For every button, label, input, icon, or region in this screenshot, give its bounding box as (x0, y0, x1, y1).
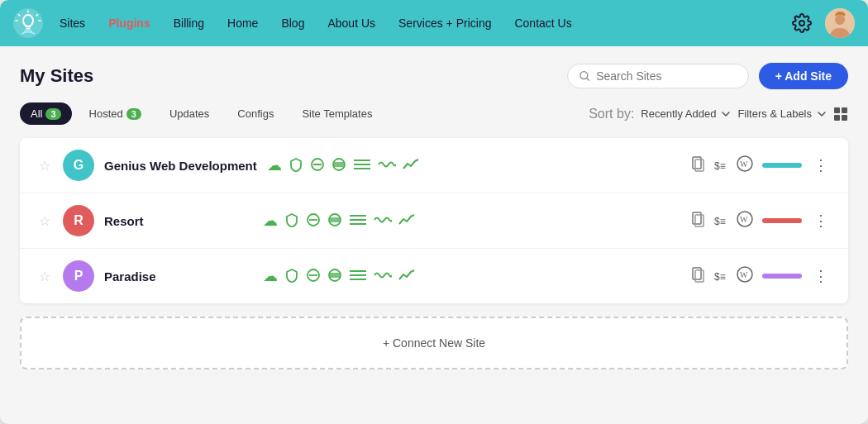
sort-label: Sort by: (589, 107, 634, 121)
more-options-icon[interactable]: ⋮ (810, 264, 832, 288)
trending-icon (398, 213, 415, 228)
badge: 3 (45, 108, 60, 120)
shield-icon (284, 212, 299, 230)
shield-icon (289, 157, 303, 174)
site-color-bar (762, 163, 802, 168)
nav-link-services-+-pricing[interactable]: Services + Pricing (398, 17, 491, 30)
wave-icon (374, 269, 392, 283)
chevron-down-icon (721, 109, 731, 119)
site-name: Genius Web Development (104, 159, 257, 173)
layers-icon (327, 212, 342, 230)
svg-rect-27 (693, 157, 701, 169)
filters-button[interactable]: Filters & Labels (737, 107, 827, 120)
svg-rect-14 (834, 107, 840, 113)
filter-tab-hosted[interactable]: Hosted 3 (79, 102, 152, 125)
svg-line-13 (587, 79, 589, 81)
top-bar-right: + Add Site (567, 63, 848, 89)
nav-link-blog[interactable]: Blog (281, 17, 304, 30)
site-color-bar (762, 274, 802, 279)
chevron-down-icon (817, 109, 827, 119)
navbar: SitesPluginsBillingHomeBlogAbout UsServi… (0, 0, 868, 46)
wordpress-icon: W (736, 265, 754, 287)
pages-icon (691, 266, 706, 286)
table-row: ☆ R Resort ☁ (20, 193, 848, 249)
billing-icon[interactable]: $≡ (714, 269, 727, 283)
billing-icon[interactable]: $≡ (714, 214, 727, 227)
cloud-icon: ☁ (267, 158, 282, 173)
logo-icon[interactable] (13, 8, 43, 38)
star-icon[interactable]: ☆ (36, 158, 53, 174)
layers-icon (331, 157, 346, 174)
site-status-icons: ☁ (263, 212, 681, 230)
nav-link-plugins[interactable]: Plugins (108, 17, 150, 30)
nav-link-home[interactable]: Home (227, 17, 258, 30)
filter-tab-site-templates[interactable]: Site Templates (291, 102, 383, 125)
nav-link-about-us[interactable]: About Us (327, 17, 375, 30)
more-options-icon[interactable]: ⋮ (810, 153, 832, 178)
site-actions: $≡ W ⋮ (691, 264, 832, 288)
svg-line-6 (36, 15, 38, 17)
pages-icon (691, 211, 706, 231)
filter-bar: All 3Hosted 3Updates Configs Site Templa… (20, 102, 848, 125)
svg-text:$≡: $≡ (714, 216, 726, 227)
site-avatar: R (63, 205, 94, 236)
cloud-icon: ☁ (263, 213, 278, 228)
search-box[interactable] (567, 64, 749, 88)
site-color-bar (762, 218, 802, 223)
trending-icon (403, 158, 419, 173)
svg-point-11 (835, 15, 845, 25)
add-site-button[interactable]: + Add Site (759, 63, 848, 89)
site-name: Paradise (104, 269, 253, 283)
svg-line-5 (19, 15, 21, 17)
svg-text:W: W (740, 270, 748, 279)
main-content: My Sites + Add Site All 3Hosted 3Updates… (0, 46, 868, 424)
svg-text:$≡: $≡ (714, 160, 726, 172)
filters-label: Filters & Labels (737, 107, 812, 120)
table-row: ☆ P Paradise ☁ (20, 249, 848, 303)
sort-control[interactable]: Recently Added (641, 107, 731, 120)
nav-links: SitesPluginsBillingHomeBlogAbout UsServi… (60, 17, 789, 30)
navbar-right (789, 8, 855, 38)
lines-icon (353, 158, 371, 173)
svg-text:$≡: $≡ (714, 271, 726, 283)
svg-rect-17 (842, 115, 847, 121)
lines-icon (349, 213, 367, 228)
billing-icon[interactable]: $≡ (714, 159, 727, 172)
svg-rect-41 (693, 212, 701, 224)
svg-text:W: W (740, 160, 748, 169)
grid-view-button[interactable] (833, 107, 848, 121)
block-icon (306, 268, 321, 285)
more-options-icon[interactable]: ⋮ (810, 208, 832, 233)
svg-rect-28 (695, 160, 703, 171)
pages-icon (691, 155, 706, 175)
site-avatar: G (63, 150, 94, 181)
avatar[interactable] (825, 8, 855, 38)
settings-icon[interactable] (789, 10, 815, 36)
nav-link-billing[interactable]: Billing (174, 17, 204, 30)
svg-rect-42 (695, 215, 703, 226)
svg-rect-16 (834, 115, 840, 121)
connect-new-site-button[interactable]: + Connect New Site (20, 317, 848, 369)
block-icon (310, 157, 325, 174)
wordpress-icon: W (736, 210, 754, 231)
badge: 3 (126, 108, 141, 120)
site-actions: $≡ W ⋮ (691, 153, 832, 178)
filter-tab-all[interactable]: All 3 (20, 102, 72, 125)
sites-list: ☆ G Genius Web Development ☁ (20, 138, 848, 303)
star-icon[interactable]: ☆ (36, 269, 53, 284)
nav-link-contact-us[interactable]: Contact Us (514, 17, 571, 30)
trending-icon (398, 269, 415, 283)
connect-new-label: + Connect New Site (383, 336, 485, 350)
top-bar: My Sites + Add Site (20, 63, 848, 89)
star-icon[interactable]: ☆ (36, 213, 53, 229)
filter-tab-updates[interactable]: Updates (159, 102, 220, 125)
table-row: ☆ G Genius Web Development ☁ (20, 138, 848, 193)
filter-tab-configs[interactable]: Configs (227, 102, 284, 125)
layers-icon (327, 268, 342, 285)
site-name: Resort (104, 214, 253, 228)
svg-rect-15 (842, 107, 847, 113)
sort-value: Recently Added (641, 107, 716, 120)
nav-link-sites[interactable]: Sites (60, 17, 85, 30)
site-avatar: P (63, 260, 94, 292)
search-input[interactable] (596, 69, 737, 83)
